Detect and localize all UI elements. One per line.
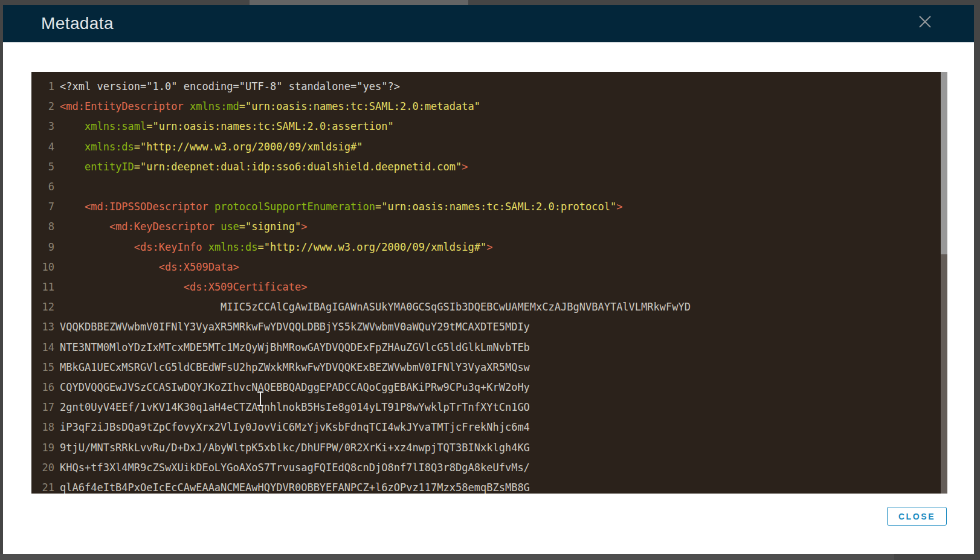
code-text: CQYDVQQGEwJVSzCCASIwDQYJKoZIhvcNAQEBBQAD… xyxy=(54,378,530,397)
code-text: <md:IDPSSODescriptor protocolSupportEnum… xyxy=(54,197,622,217)
code-line: 21qlA6f4eItB4PxOeIcEcCAwEAAaNCMEAwHQYDVR… xyxy=(31,478,947,494)
code-text: <md:KeyDescriptor use="signing"> xyxy=(54,217,307,237)
modal-title: Metadata xyxy=(41,14,114,33)
code-line: 18iP3qF2iJBsDQa9tZpCfovyXrx2VlIy0JovViC6… xyxy=(31,417,947,437)
line-number: 18 xyxy=(31,417,54,437)
line-number: 9 xyxy=(31,237,54,257)
line-number: 16 xyxy=(31,378,54,397)
code-text: 9tjU/MNTsRRkLvvRu/D+DxJ/AbyWltpK5xblkc/D… xyxy=(54,438,530,458)
close-icon[interactable] xyxy=(918,14,932,29)
line-number: 5 xyxy=(31,157,54,177)
screen-backdrop: Metadata 1<?xml version="1.0" encoding="… xyxy=(0,0,980,560)
close-button[interactable]: CLOSE xyxy=(887,507,947,526)
code-line: 8 <md:KeyDescriptor use="signing"> xyxy=(31,217,947,237)
code-text xyxy=(54,177,60,197)
code-text: KHQs+tf3Xl4MR9cZSwXUikDEoLYGoAXoS7Trvusa… xyxy=(54,458,530,478)
code-text: <ds:X509Data> xyxy=(54,257,239,277)
line-number: 15 xyxy=(31,358,54,378)
code-text: MIIC5zCCAlCgAwIBAgIGAWnASUkYMA0GCSqGSIb3… xyxy=(54,297,691,317)
code-text: NTE3NTM0MloYDzIxMTcxMDE5MTc1MzQyWjBhMRow… xyxy=(54,338,530,358)
code-line: 10 <ds:X509Data> xyxy=(31,257,947,277)
code-text: iP3qF2iJBsDQa9tZpCfovyXrx2VlIy0JovViC6Mz… xyxy=(54,417,530,437)
line-number: 1 xyxy=(31,77,54,97)
code-line: 14NTE3NTM0MloYDzIxMTcxMDE5MTc1MzQyWjBhMR… xyxy=(31,338,947,358)
code-text: <ds:KeyInfo xmlns:ds="http://www.w3.org/… xyxy=(54,237,493,257)
code-line: 15MBkGA1UECxMSRGVlcG5ldCBEdWFsU2hpZWxkMR… xyxy=(31,358,947,378)
code-text: MBkGA1UECxMSRGVlcG5ldCBEdWFsU2hpZWxkMRkw… xyxy=(54,358,530,378)
code-line: 5 entityID="urn:deepnet:dual:idp:sso6:du… xyxy=(31,157,947,177)
line-number: 7 xyxy=(31,197,54,217)
line-number: 20 xyxy=(31,458,54,478)
code-text: VQQKDBBEZWVwbmV0IFNlY3VyaXR5MRkwFwYDVQQL… xyxy=(54,317,530,337)
code-text: qlA6f4eItB4PxOeIcEcCAwEAAaNCMEAwHQYDVR0O… xyxy=(54,478,530,494)
code-text: xmlns:saml="urn:oasis:names:tc:SAML:2.0:… xyxy=(54,117,394,137)
line-number: 14 xyxy=(31,338,54,358)
line-number: 12 xyxy=(31,297,54,317)
line-number: 6 xyxy=(31,177,54,197)
line-number: 4 xyxy=(31,137,54,157)
code-line: 13VQQKDBBEZWVwbmV0IFNlY3VyaXR5MRkwFwYDVQ… xyxy=(31,317,947,337)
code-line: 12 MIIC5zCCAlCgAwIBAgIGAWnASUkYMA0GCSqGS… xyxy=(31,297,947,317)
code-line: 172gnt0UyV4EEf/1vKV14K30q1aH4eCTZAqnhlno… xyxy=(31,397,947,417)
code-line: 9 <ds:KeyInfo xmlns:ds="http://www.w3.or… xyxy=(31,237,947,257)
code-line: 20KHQs+tf3Xl4MR9cZSwXUikDEoLYGoAXoS7Trvu… xyxy=(31,458,947,478)
background-page-scrollbar xyxy=(250,0,468,5)
code-lines-container: 1<?xml version="1.0" encoding="UTF-8" st… xyxy=(31,72,947,494)
line-number: 13 xyxy=(31,317,54,337)
code-scrollbar-thumb[interactable] xyxy=(941,72,947,254)
code-text: <?xml version="1.0" encoding="UTF-8" sta… xyxy=(54,77,400,97)
x-icon xyxy=(918,14,932,29)
code-line: 6 xyxy=(31,177,947,197)
code-line: 7 <md:IDPSSODescriptor protocolSupportEn… xyxy=(31,197,947,217)
line-number: 10 xyxy=(31,257,54,277)
code-text: xmlns:ds="http://www.w3.org/2000/09/xmld… xyxy=(54,137,363,157)
code-line: 199tjU/MNTsRRkLvvRu/D+DxJ/AbyWltpK5xblkc… xyxy=(31,438,947,458)
metadata-code-viewer[interactable]: 1<?xml version="1.0" encoding="UTF-8" st… xyxy=(31,72,947,494)
line-number: 2 xyxy=(31,97,54,117)
line-number: 17 xyxy=(31,397,54,417)
line-number: 11 xyxy=(31,277,54,297)
code-line: 3 xmlns:saml="urn:oasis:names:tc:SAML:2.… xyxy=(31,117,947,137)
code-line: 4 xmlns:ds="http://www.w3.org/2000/09/xm… xyxy=(31,137,947,157)
code-line: 11 <ds:X509Certificate> xyxy=(31,277,947,297)
code-text: <ds:X509Certificate> xyxy=(54,277,307,297)
code-line: 16CQYDVQQGEwJVSzCCASIwDQYJKoZIhvcNAQEBBQ… xyxy=(31,378,947,397)
line-number: 21 xyxy=(31,478,54,494)
code-text: 2gnt0UyV4EEf/1vKV14K30q1aH4eCTZAqnhlnokB… xyxy=(54,397,530,417)
backdrop-bottom-strip xyxy=(0,554,894,560)
modal-header: Metadata xyxy=(3,5,974,42)
code-scrollbar-track[interactable] xyxy=(941,72,947,494)
line-number: 3 xyxy=(31,117,54,137)
code-text: entityID="urn:deepnet:dual:idp:sso6:dual… xyxy=(54,157,468,177)
code-line: 2<md:EntityDescriptor xmlns:md="urn:oasi… xyxy=(31,97,947,117)
line-number: 19 xyxy=(31,438,54,458)
code-text: <md:EntityDescriptor xmlns:md="urn:oasis… xyxy=(54,97,480,117)
line-number: 8 xyxy=(31,217,54,237)
code-line: 1<?xml version="1.0" encoding="UTF-8" st… xyxy=(31,77,947,97)
metadata-modal: Metadata 1<?xml version="1.0" encoding="… xyxy=(3,5,974,554)
